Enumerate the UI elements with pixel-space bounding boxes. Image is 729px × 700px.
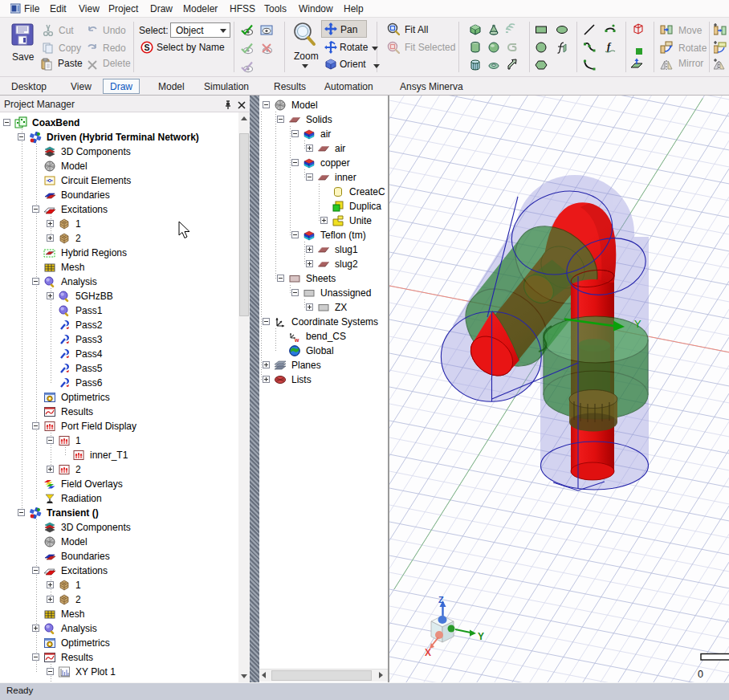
svg-text:w: w: [294, 337, 299, 343]
svg-text:Z: Z: [438, 595, 444, 604]
svg-text:Y: Y: [634, 318, 641, 330]
svg-text:0: 0: [698, 669, 703, 680]
svg-text:Y: Y: [478, 631, 484, 642]
svg-text:X: X: [425, 647, 431, 658]
